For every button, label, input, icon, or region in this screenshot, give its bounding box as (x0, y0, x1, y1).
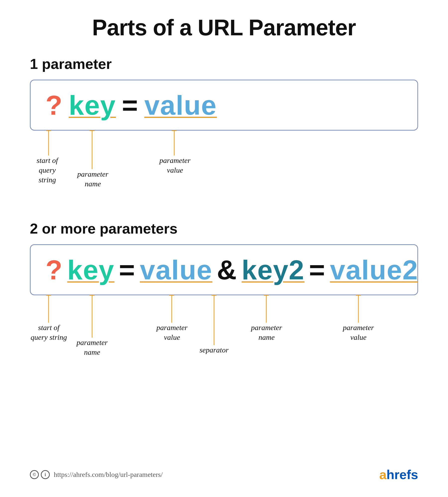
ahrefs-logo-a: a (379, 467, 387, 482)
annotation-area-2: start of query string parameter name par… (30, 295, 418, 380)
ampersand-2: & (217, 254, 237, 286)
url-box-2: ? key = value & key2 = value2 (30, 244, 418, 295)
label-start-query-2: start of query string (30, 323, 67, 342)
label-param-value-2b: parameter value (340, 323, 377, 342)
value-2: value (140, 254, 212, 286)
url-box-1: ? key = value (30, 80, 418, 131)
footer-url: https://ahrefs.com/blog/url-parameters/ (54, 471, 163, 479)
question-mark-2: ? (46, 254, 63, 286)
label-param-value-1: parameter value (156, 155, 194, 175)
connector-svg-1 (30, 131, 418, 200)
label-param-name-2a: parameter name (73, 338, 111, 357)
info-icon: i (41, 470, 50, 479)
equals-1: = (122, 89, 138, 121)
key-1: key (69, 89, 116, 121)
section-2-heading: 2 or more parameters (30, 220, 418, 237)
label-start-query-1: start of query string (30, 155, 65, 185)
footer: © i https://ahrefs.com/blog/url-paramete… (30, 457, 418, 482)
value2-2: value2 (330, 254, 418, 286)
equals-2a: = (119, 254, 135, 286)
ahrefs-logo-rest: hrefs (387, 467, 418, 482)
section-1-parameter: 1 parameter ? key = value start of query… (30, 55, 418, 200)
label-separator-2: separator (193, 345, 235, 355)
label-param-name-1: parameter name (74, 169, 112, 189)
section-2-parameter: 2 or more parameters ? key = value & key… (30, 220, 418, 380)
question-mark-1: ? (46, 89, 63, 121)
footer-icons: © i (30, 470, 50, 479)
annotation-area-1: start of query string parameter name par… (30, 131, 418, 200)
footer-left: © i https://ahrefs.com/blog/url-paramete… (30, 470, 163, 479)
label-param-name-2b: parameter name (248, 323, 285, 342)
section-1-heading: 1 parameter (30, 55, 418, 72)
ahrefs-logo: ahrefs (379, 467, 418, 482)
key2-2: key2 (242, 254, 305, 286)
key-2: key (67, 254, 114, 286)
label-param-value-2a: parameter value (153, 323, 191, 342)
equals-2b: = (309, 254, 325, 286)
page-title: Parts of a URL Parameter (92, 15, 356, 41)
value-1: value (144, 89, 217, 121)
cc-icon: © (30, 470, 39, 479)
